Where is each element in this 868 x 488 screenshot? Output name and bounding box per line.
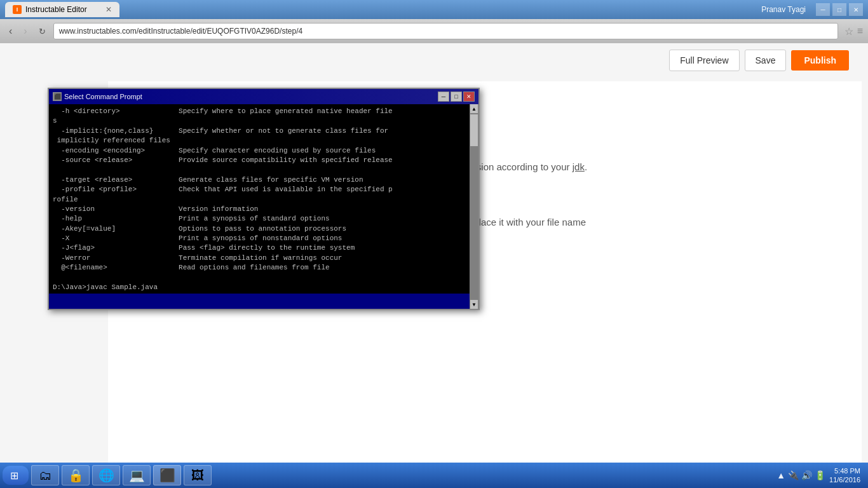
chrome-icon: 🌐 bbox=[98, 468, 114, 483]
start-button[interactable]: ⊞ bbox=[3, 466, 29, 485]
tab-close-btn[interactable]: ✕ bbox=[105, 5, 112, 14]
taskbar-computer[interactable]: 💻 bbox=[123, 465, 151, 485]
cmd-window[interactable]: ⬛ Select Command Prompt ─ □ ✕ -h <direct… bbox=[48, 88, 480, 310]
tray-icons: ▲ 🔌 🔊 🔋 bbox=[776, 470, 825, 480]
bookmark-btn[interactable]: ☆ bbox=[844, 25, 853, 37]
computer-icon: 💻 bbox=[129, 468, 145, 483]
tray-battery-icon[interactable]: 🔋 bbox=[815, 470, 825, 480]
browser-titlebar: I Instructable Editor ✕ Pranav Tyagi ─ □… bbox=[0, 0, 868, 19]
scroll-up-btn[interactable]: ▲ bbox=[470, 104, 478, 113]
user-name: Pranav Tyagi bbox=[761, 5, 806, 14]
back-btn[interactable]: ‹ bbox=[5, 24, 16, 38]
forward-btn[interactable]: › bbox=[20, 24, 31, 38]
cmd-titlebar: ⬛ Select Command Prompt ─ □ ✕ bbox=[49, 89, 478, 104]
minimize-btn[interactable]: ─ bbox=[816, 3, 830, 16]
publish-button[interactable]: Publish bbox=[791, 50, 849, 71]
cmd-body: -h <directory> Specify where to place ge… bbox=[49, 104, 478, 294]
tray-up-arrow[interactable]: ▲ bbox=[776, 470, 785, 480]
taskbar-cmd[interactable]: ⬛ bbox=[153, 465, 181, 485]
filemanager-icon: 🗂 bbox=[39, 468, 51, 483]
pictures-icon: 🖼 bbox=[191, 468, 204, 483]
vpn-icon: 🔒 bbox=[68, 468, 84, 483]
browser-tab[interactable]: I Instructable Editor ✕ bbox=[5, 2, 119, 17]
cmd-minimize-btn[interactable]: ─ bbox=[438, 92, 449, 102]
address-bar[interactable]: www.instructables.com/editInstructable/e… bbox=[53, 23, 838, 39]
cmd-icon: ⬛ bbox=[53, 92, 62, 101]
taskbar-chrome[interactable]: 🌐 bbox=[92, 465, 120, 485]
jdk-link-2[interactable]: jdk bbox=[573, 161, 585, 172]
clock-time: 5:48 PM bbox=[829, 466, 860, 475]
cmd-maximize-btn[interactable]: □ bbox=[451, 92, 462, 102]
taskbar-pictures[interactable]: 🖼 bbox=[184, 465, 212, 485]
browser-toolbar: ‹ › ↻ www.instructables.com/editInstruct… bbox=[0, 19, 868, 43]
cmd-close-btn[interactable]: ✕ bbox=[463, 92, 475, 102]
tab-favicon: I bbox=[13, 5, 22, 14]
system-tray: ▲ 🔌 🔊 🔋 5:48 PM 11/6/2016 bbox=[771, 466, 865, 485]
cmd-window-buttons: ─ □ ✕ bbox=[438, 92, 475, 102]
clock-date: 11/6/2016 bbox=[829, 475, 860, 484]
tray-network-icon[interactable]: 🔌 bbox=[788, 470, 799, 480]
save-button[interactable]: Save bbox=[745, 50, 787, 71]
taskbar-filemanager[interactable]: 🗂 bbox=[31, 465, 59, 485]
tab-label: Instructable Editor bbox=[25, 5, 87, 14]
editor-toolbar: Full Preview Save Publish bbox=[669, 50, 849, 71]
taskbar-vpn[interactable]: 🔒 bbox=[62, 465, 90, 485]
tray-volume-icon[interactable]: 🔊 bbox=[801, 470, 812, 480]
settings-btn[interactable]: ≡ bbox=[857, 25, 863, 37]
cmd-taskbar-icon: ⬛ bbox=[159, 468, 175, 483]
scroll-down-btn[interactable]: ▼ bbox=[470, 300, 478, 309]
browser-content: Full Preview Save Publish ⬛ Select Comma… bbox=[0, 43, 868, 463]
full-preview-button[interactable]: Full Preview bbox=[669, 50, 739, 71]
scrollbar-thumb[interactable] bbox=[470, 114, 478, 146]
system-clock[interactable]: 5:48 PM 11/6/2016 bbox=[829, 466, 860, 485]
address-text: www.instructables.com/editInstructable/e… bbox=[59, 27, 302, 36]
taskbar: ⊞ 🗂 🔒 🌐 💻 ⬛ 🖼 ▲ 🔌 🔊 🔋 5:48 PM 11/6/2016 bbox=[0, 463, 868, 488]
close-btn[interactable]: ✕ bbox=[849, 3, 863, 16]
refresh-btn[interactable]: ↻ bbox=[35, 25, 50, 37]
maximize-btn[interactable]: □ bbox=[832, 3, 846, 16]
cmd-title-text: Select Command Prompt bbox=[64, 93, 435, 100]
window-controls: ─ □ ✕ bbox=[816, 3, 863, 16]
